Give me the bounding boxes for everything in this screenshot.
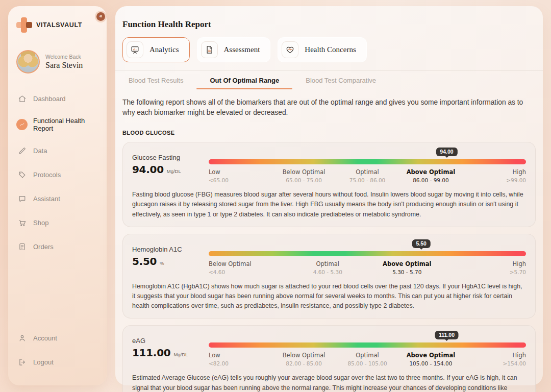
page-title: Function Health Report (122, 19, 536, 30)
range-values: >99.00 (463, 177, 526, 183)
range-high: High>154.00 (463, 352, 526, 366)
sidebar-collapse-button[interactable]: « (96, 12, 105, 21)
range-label: Below Optimal (209, 260, 288, 267)
range-bar-zone: 5.50Below Optimal<4.60Optimal4.60 - 5.30… (209, 240, 526, 275)
subtab-blood-test-comparative[interactable]: Blood Test Comparative (292, 71, 389, 89)
sidebar-item-label: Data (33, 147, 47, 155)
range-gradient-bar (209, 159, 526, 164)
range-label: Optimal (288, 260, 368, 267)
range-below-optimal: Below Optimal82.00 - 85.00 (272, 352, 335, 366)
sidebar-nav: DashboardFunctional Health ReportDataPro… (8, 87, 107, 258)
main-panel: Function Health Report AnalyticsAssessme… (115, 6, 543, 385)
range-values: <4.60 (209, 269, 288, 275)
sidebar-item-shop[interactable]: Shop (9, 211, 106, 234)
report-tabs: AnalyticsAssessmentHealth Concerns (122, 37, 536, 62)
range-above-optimal: Above Optimal105.00 - 154.00 (399, 352, 462, 366)
logo-text: VITALSVAULT (36, 21, 82, 29)
sidebar-item-dashboard[interactable]: Dashboard (9, 87, 106, 110)
chart-icon (16, 119, 28, 130)
range-label: Optimal (336, 168, 399, 176)
sidebar-item-label: Logout (33, 358, 54, 366)
range-label: Below Optimal (272, 352, 335, 359)
range-label: High (463, 352, 526, 359)
biomarker-name: eAG (132, 337, 209, 345)
range-label: Below Optimal (272, 168, 335, 176)
sidebar-item-label: Protocols (33, 171, 61, 179)
chevrons-left-icon: « (99, 13, 103, 19)
sidebar-item-assistant[interactable]: Assistant (9, 187, 106, 210)
biomarker-card-eag: eAG111.00Mg/DL111.00Low<82.00Below Optim… (122, 325, 536, 392)
receipt-icon (16, 241, 28, 252)
biomarker-name: Glucose Fasting (132, 154, 209, 161)
sidebar-item-label: Functional Health Report (33, 117, 98, 132)
subtab-blood-test-results[interactable]: Blood Test Results (122, 71, 196, 89)
sidebar-item-account[interactable]: Account (9, 326, 106, 350)
range-label: Above Optimal (367, 260, 447, 267)
user-profile: Welcome Back Sara Stevin (16, 50, 99, 74)
sidebar-item-protocols[interactable]: Protocols (9, 163, 106, 186)
range-gradient-bar (209, 342, 526, 348)
avatar[interactable] (16, 50, 40, 74)
intro-text: The following report shows all of the bi… (122, 97, 536, 117)
heart-pulse-icon (282, 41, 298, 58)
range-low: Low<65.00 (209, 168, 272, 183)
sidebar-item-orders[interactable]: Orders (9, 235, 106, 258)
sidebar-item-data[interactable]: Data (9, 139, 106, 162)
range-values: >154.00 (463, 360, 526, 366)
value-marker-badge: 111.00 (435, 331, 459, 339)
biomarker-card-hemoglobin-a1c: Hemoglobin A1C5.50%5.50Below Optimal<4.6… (122, 234, 536, 319)
subtab-out-of-optimal-range[interactable]: Out Of Optimal Range (196, 71, 292, 89)
range-values: 82.00 - 85.00 (272, 360, 335, 366)
sidebar-item-logout[interactable]: Logout (9, 350, 106, 374)
tab-label: Analytics (149, 45, 179, 54)
range-label: High (463, 168, 526, 176)
range-label: Above Optimal (399, 168, 462, 176)
home-icon (16, 93, 28, 104)
range-values: 4.60 - 5.30 (288, 269, 368, 275)
tab-assessment[interactable]: Assessment (197, 37, 271, 62)
biomarker-value: 111.00 (132, 347, 170, 359)
range-low: Low<82.00 (209, 352, 272, 366)
tab-label: Health Concerns (305, 45, 356, 54)
range-gradient-bar (209, 251, 526, 256)
biomarker-description: Hemoglobin A1C (HgbA1C) shows how much s… (132, 282, 526, 311)
biomarker-summary: eAG111.00Mg/DL (132, 332, 209, 366)
biomarker-summary: Hemoglobin A1C5.50% (132, 240, 209, 275)
tag-icon (16, 169, 28, 180)
sidebar-item-functional-health-report[interactable]: Functional Health Report (9, 111, 106, 138)
tab-health-concerns[interactable]: Health Concerns (278, 37, 366, 62)
range-values: 85.00 - 105.00 (336, 360, 399, 366)
report-subtabs: Blood Test ResultsOut Of Optimal RangeBl… (115, 70, 543, 89)
biomarker-description: Fasting blood glucose (FBG) measures blo… (132, 190, 526, 219)
welcome-label: Welcome Back (45, 54, 83, 60)
range-values: <82.00 (209, 360, 272, 366)
range-values: <65.00 (209, 177, 272, 183)
range-optimal: Optimal4.60 - 5.30 (288, 260, 368, 275)
pencil-icon (16, 145, 28, 156)
biomarker-unit: Mg/DL (173, 352, 188, 357)
range-label: Optimal (336, 352, 399, 359)
sidebar: « VITALSVAULT Welcome Back Sara Stevin D… (8, 6, 107, 385)
range-values: 105.00 - 154.00 (399, 360, 462, 366)
range-bar-zone: 94.00Low<65.00Below Optimal65.00 - 75.00… (209, 149, 526, 183)
tab-analytics[interactable]: Analytics (122, 37, 190, 62)
tab-label: Assessment (224, 45, 260, 54)
range-optimal: Optimal85.00 - 105.00 (336, 352, 399, 366)
section-title: BLOOD GLUCOSE (122, 130, 536, 136)
sidebar-item-label: Dashboard (33, 95, 66, 103)
range-values: 65.00 - 75.00 (272, 177, 335, 183)
range-bar-zone: 111.00Low<82.00Below Optimal82.00 - 85.0… (209, 332, 526, 366)
range-label: High (447, 260, 527, 267)
biomarker-summary: Glucose Fasting94.00Mg/DL (132, 149, 209, 183)
logo: VITALSVAULT (8, 6, 107, 33)
biomarker-value: 94.00 (132, 163, 164, 176)
biomarker-description: Estimated Average Glucose (eAG) tells yo… (132, 373, 526, 392)
document-icon (201, 41, 218, 58)
sidebar-footer-nav: AccountLogout (8, 326, 107, 374)
biomarker-cards: Glucose Fasting94.00Mg/DL94.00Low<65.00B… (122, 142, 536, 392)
sidebar-item-label: Account (33, 334, 57, 342)
range-label: Low (209, 352, 272, 359)
presentation-icon (127, 41, 143, 58)
value-marker-badge: 5.50 (412, 239, 431, 248)
biomarker-unit: % (160, 260, 164, 266)
